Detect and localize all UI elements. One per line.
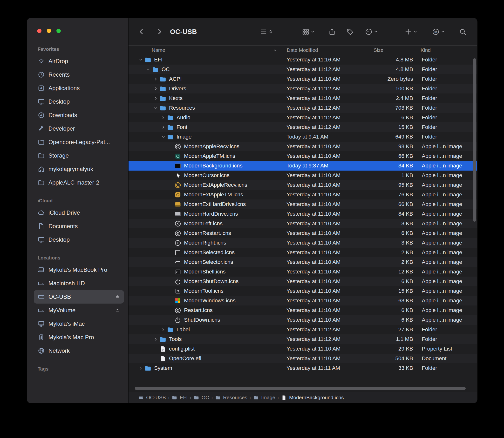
path-item[interactable]: Image: [253, 395, 275, 400]
disclosure-open-icon[interactable]: [137, 57, 144, 63]
file-name-cell: ModernRestart.icns: [128, 228, 283, 238]
file-row[interactable]: FontYesterday at 11:12 AM15 KBFolder: [128, 122, 477, 132]
close-button[interactable]: [37, 29, 42, 33]
sidebar-item-icloud-drive[interactable]: iCloud Drive: [34, 206, 124, 219]
disclosure-closed-icon[interactable]: [137, 365, 144, 371]
disclosure-closed-icon[interactable]: [152, 95, 160, 101]
disclosure-open-icon[interactable]: [152, 105, 160, 111]
file-row[interactable]: OCYesterday at 11:12 AM4.8 MBFolder: [128, 65, 477, 74]
column-header-name[interactable]: Name: [128, 45, 283, 55]
file-row[interactable]: ModernLeft.icnsYesterday at 11:10 AM3 KB…: [128, 219, 477, 228]
file-row[interactable]: ModernHardDrive.icnsYesterday at 11:10 A…: [128, 209, 477, 219]
minimize-button[interactable]: [47, 29, 51, 33]
file-row[interactable]: ModernExtAppleRecv.icnsYesterday at 11:1…: [128, 180, 477, 190]
sidebar-item-mykolagrymalyuk[interactable]: mykolagrymalyuk: [34, 162, 124, 176]
file-row[interactable]: DriversYesterday at 11:12 AM100 KBFolder: [128, 84, 477, 93]
sidebar-item-desktop[interactable]: Desktop: [34, 233, 124, 246]
disclosure-open-icon[interactable]: [160, 134, 167, 140]
eject-icon[interactable]: [114, 307, 121, 313]
file-row[interactable]: ModernSelector.icnsYesterday at 11:10 AM…: [128, 257, 477, 267]
chevron-updown-icon: [269, 30, 273, 34]
sidebar-item-airdrop[interactable]: AirDrop: [34, 55, 124, 68]
file-row[interactable]: ModernTool.icnsYesterday at 11:10 AM15 K…: [128, 286, 477, 296]
disclosure-open-icon[interactable]: [145, 66, 152, 73]
vertical-scrollbar[interactable]: [473, 58, 476, 222]
share-button[interactable]: [328, 28, 336, 36]
view-options-button[interactable]: [260, 28, 273, 36]
file-row[interactable]: ModernShutDown.icnsYesterday at 11:10 AM…: [128, 277, 477, 286]
windows-icon: [174, 297, 181, 304]
horizontal-scrollbar[interactable]: [135, 387, 466, 390]
sidebar-item-label: Desktop: [48, 98, 70, 105]
path-item[interactable]: EFI: [172, 395, 188, 400]
disclosure-closed-icon[interactable]: [152, 86, 160, 92]
sidebar-item-opencore-legacy-pat[interactable]: Opencore-Legacy-Pat...: [34, 135, 124, 149]
file-row[interactable]: ModernBackground.icnsToday at 9:37 AM34 …: [128, 161, 477, 171]
column-header-date[interactable]: Date Modified: [283, 45, 370, 55]
sidebar-item-myvolume[interactable]: MyVolume: [34, 304, 124, 317]
file-row[interactable]: ModernExtHardDrive.icnsYesterday at 11:1…: [128, 199, 477, 209]
sidebar-item-mykola-s-macbook-pro[interactable]: Mykola’s MacBook Pro: [34, 263, 124, 277]
file-row[interactable]: ResourcesYesterday at 11:12 AM703 KBFold…: [128, 103, 477, 113]
sidebar-item-storage[interactable]: Storage: [34, 149, 124, 162]
forward-button[interactable]: [156, 28, 164, 36]
sidebar-item-mykola-s-mac-pro[interactable]: Mykola’s Mac Pro: [34, 330, 124, 344]
sidebar-item-desktop[interactable]: Desktop: [34, 95, 124, 109]
file-name-cell: ModernBackground.icns: [128, 161, 283, 171]
sidebar-item-downloads[interactable]: Downloads: [34, 109, 124, 122]
file-row[interactable]: ModernExtAppleTM.icnsYesterday at 11:10 …: [128, 190, 477, 199]
file-row[interactable]: AudioYesterday at 11:12 AM6 KBFolder: [128, 113, 477, 122]
file-row[interactable]: ACPIYesterday at 11:10 AMZero bytesFolde…: [128, 74, 477, 84]
file-row[interactable]: LabelYesterday at 11:12 AM27 KBFolder: [128, 325, 477, 334]
file-row[interactable]: ModernCursor.icnsYesterday at 11:10 AM1 …: [128, 171, 477, 180]
add-button[interactable]: [404, 28, 417, 36]
sidebar-item-network[interactable]: Network: [34, 344, 124, 358]
file-row[interactable]: ModernWindows.icnsYesterday at 11:10 AM6…: [128, 296, 477, 306]
disclosure-closed-icon[interactable]: [160, 114, 167, 121]
sidebar-item-oc-usb[interactable]: OC-USB: [34, 290, 124, 304]
file-row[interactable]: OpenCore.efiYesterday at 11:10 AM504 KBD…: [128, 354, 477, 363]
search-button[interactable]: [459, 28, 467, 36]
file-row[interactable]: ModernAppleTM.icnsYesterday at 11:10 AM6…: [128, 151, 477, 161]
sidebar-item-documents[interactable]: Documents: [34, 219, 124, 233]
path-item[interactable]: OC-USB: [138, 395, 166, 400]
account-button[interactable]: M: [432, 28, 445, 36]
file-row[interactable]: ToolsYesterday at 11:12 AM1.1 MBFolder: [128, 334, 477, 344]
sidebar-item-developer[interactable]: Developer: [34, 122, 124, 135]
tag-button[interactable]: [346, 28, 354, 36]
disclosure-closed-icon[interactable]: [160, 124, 167, 130]
file-kind: Apple i...n image: [417, 317, 477, 323]
path-item[interactable]: OC: [194, 395, 209, 400]
sidebar-item-recents[interactable]: Recents: [34, 68, 124, 81]
path-item[interactable]: ModernBackground.icns: [281, 395, 344, 400]
file-row[interactable]: ModernShell.icnsYesterday at 11:10 AM12 …: [128, 267, 477, 277]
column-header-size[interactable]: Size: [370, 45, 417, 55]
zoom-button[interactable]: [57, 29, 61, 33]
file-row[interactable]: SystemYesterday at 11:11 AM33 KBFolder: [128, 363, 477, 373]
file-kind: Apple i...n image: [417, 230, 477, 236]
file-row[interactable]: ModernRestart.icnsYesterday at 11:10 AM6…: [128, 228, 477, 238]
file-row[interactable]: EFIYesterday at 11:16 AM4.8 MBFolder: [128, 55, 477, 65]
file-row[interactable]: KextsYesterday at 11:10 AM2.4 MBFolder: [128, 93, 477, 103]
path-item[interactable]: Resources: [215, 395, 247, 400]
file-row[interactable]: config.plistYesterday at 11:10 AM29 KBPr…: [128, 344, 477, 354]
sidebar-item-mykola-s-imac[interactable]: Mykola’s iMac: [34, 317, 124, 330]
more-actions-button[interactable]: [365, 28, 378, 36]
file-size: 703 KB: [370, 105, 417, 111]
group-button[interactable]: [302, 28, 315, 36]
file-row[interactable]: Restart.icnsYesterday at 11:10 AM6 KBApp…: [128, 306, 477, 315]
file-row[interactable]: ShutDown.icnsYesterday at 11:10 AM6 KBAp…: [128, 315, 477, 325]
sidebar-item-macintosh-hd[interactable]: Macintosh HD: [34, 277, 124, 290]
file-row[interactable]: ModernRight.icnsYesterday at 11:10 AM3 K…: [128, 238, 477, 248]
disclosure-closed-icon[interactable]: [152, 336, 160, 342]
disclosure-closed-icon[interactable]: [160, 327, 167, 333]
sidebar-item-applealc-master-2[interactable]: AppleALC-master-2: [34, 176, 124, 189]
back-button[interactable]: [138, 28, 146, 36]
file-row[interactable]: ImageToday at 9:41 AM649 KBFolder: [128, 132, 477, 142]
file-row[interactable]: ModernAppleRecv.icnsYesterday at 11:10 A…: [128, 142, 477, 151]
eject-icon[interactable]: [114, 294, 121, 300]
sidebar-item-applications[interactable]: AApplications: [34, 81, 124, 95]
disclosure-closed-icon[interactable]: [152, 76, 160, 82]
column-header-kind[interactable]: Kind: [417, 45, 477, 55]
file-row[interactable]: ModernSelected.icnsYesterday at 11:10 AM…: [128, 248, 477, 257]
